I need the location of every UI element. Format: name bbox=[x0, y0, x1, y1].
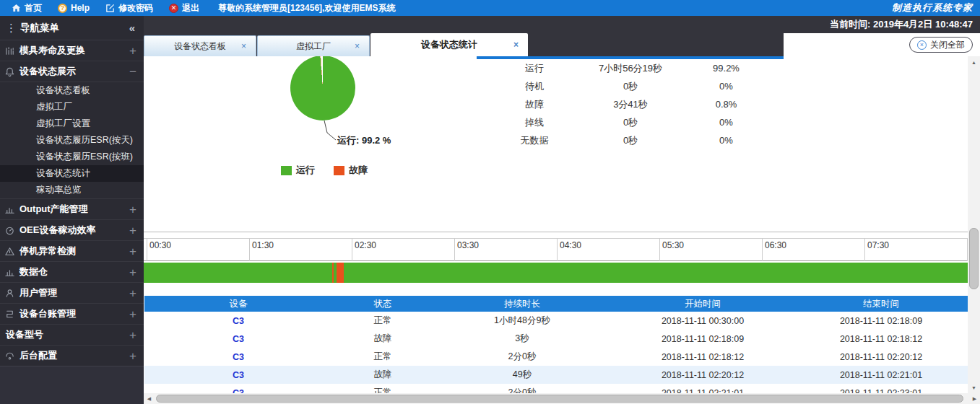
status-cell: 故障 bbox=[332, 369, 433, 381]
change-password-button[interactable]: 修改密码 bbox=[105, 2, 153, 14]
scroll-right-icon[interactable]: ▶ bbox=[969, 393, 980, 404]
sidebar-group-oee[interactable]: OEE设备稼动效率 + bbox=[0, 220, 144, 241]
logout-label: 退出 bbox=[182, 2, 199, 14]
status-cell: 正常 bbox=[332, 387, 433, 393]
sidebar-item-utilization-overview[interactable]: 稼动率总览 bbox=[0, 182, 144, 198]
tab-close-icon[interactable]: × bbox=[241, 41, 246, 51]
expand-plus-icon[interactable]: + bbox=[129, 203, 136, 216]
scroll-up-icon[interactable]: ▲ bbox=[968, 56, 980, 68]
tab-device-status-board[interactable]: 设备状态看板 × bbox=[144, 35, 256, 56]
table-row[interactable]: C3 故障 3秒 2018-11-11 02:18:09 2018-11-11 … bbox=[144, 330, 968, 348]
expand-plus-icon[interactable]: + bbox=[129, 224, 136, 237]
sidebar-group-downtime[interactable]: 停机异常检测 + bbox=[0, 241, 144, 262]
scroll-left-icon[interactable]: ◀ bbox=[144, 393, 155, 404]
stats-state: 待机 bbox=[477, 80, 592, 93]
table-row[interactable]: C3 正常 1小时48分9秒 2018-11-11 00:30:00 2018-… bbox=[144, 312, 968, 330]
sidebar-group-label: OEE设备稼动效率 bbox=[19, 224, 95, 237]
duration-cell: 1小时48分9秒 bbox=[433, 315, 611, 327]
collapse-minus-icon[interactable]: − bbox=[129, 66, 136, 78]
sidebar-group-device-status[interactable]: 设备状态展示 − bbox=[0, 61, 144, 82]
sidebar-item-device-status-board[interactable]: 设备状态看板 bbox=[0, 82, 144, 99]
timeline-gridline bbox=[557, 238, 558, 261]
sidebar-group-label: 数据仓 bbox=[19, 265, 48, 278]
home-button[interactable]: 首页 bbox=[12, 2, 42, 14]
timeline-tick-label: 02:30 bbox=[355, 240, 376, 250]
table-row-highlighted[interactable]: C3 故障 49秒 2018-11-11 02:20:12 2018-11-11… bbox=[144, 366, 968, 384]
expand-plus-icon[interactable]: + bbox=[129, 308, 136, 320]
end-time-cell: 2018-11-11 02:21:01 bbox=[794, 370, 968, 380]
stats-duration: 0秒 bbox=[592, 80, 669, 93]
stats-row: 待机0秒0% bbox=[477, 77, 784, 95]
sidebar-group-device-model[interactable]: 设备型号 + bbox=[0, 325, 144, 346]
table-row[interactable]: C3 正常 2分0秒 2018-11-11 02:18:12 2018-11-1… bbox=[144, 348, 968, 366]
timeline-gridline bbox=[147, 238, 147, 261]
header-device: 设备 bbox=[144, 298, 332, 310]
vertical-scrollbar-thumb[interactable] bbox=[969, 228, 979, 289]
status-cell: 正常 bbox=[332, 351, 433, 363]
sidebar-group-backend-config[interactable]: 后台配置 + bbox=[0, 346, 144, 366]
expand-plus-icon[interactable]: + bbox=[129, 329, 136, 341]
data-warehouse-icon bbox=[4, 267, 17, 278]
expand-plus-icon[interactable]: + bbox=[129, 45, 136, 57]
tab-label: 设备状态看板 bbox=[174, 40, 226, 53]
tab-virtual-factory[interactable]: 虚拟工厂 × bbox=[257, 35, 370, 56]
tab-label: 设备状态统计 bbox=[421, 38, 477, 51]
sidebar-item-virtual-factory[interactable]: 虚拟工厂 bbox=[0, 99, 144, 115]
sidebar-item-esr-by-day[interactable]: 设备状态履历ESR(按天) bbox=[0, 132, 144, 149]
sidebar-group-equipment-ledger[interactable]: 设备台账管理 + bbox=[0, 304, 144, 325]
sidebar-title: 导航菜单 bbox=[20, 22, 59, 35]
sidebar-item-virtual-factory-settings[interactable]: 虚拟工厂设置 bbox=[0, 115, 144, 132]
expand-plus-icon[interactable]: + bbox=[129, 350, 136, 362]
timeline-fault-segment[interactable] bbox=[337, 263, 344, 283]
close-all-tabs-button[interactable]: × 关闭全部 bbox=[909, 37, 973, 53]
table-row[interactable]: C3 正常 2分0秒 2018-11-11 02:21:01 2018-11-1… bbox=[144, 384, 968, 393]
timeline-gridline bbox=[249, 238, 250, 261]
expand-plus-icon[interactable]: + bbox=[129, 266, 136, 278]
legend-swatch-fault bbox=[334, 166, 344, 175]
tab-device-status-statistics[interactable]: 设备状态统计 × bbox=[370, 33, 528, 56]
vertical-scrollbar[interactable]: ▲ ▼ bbox=[968, 56, 980, 393]
device-table-header: 设备 状态 持续时长 开始时间 结束时间 bbox=[144, 296, 968, 312]
timeline-fault-segment[interactable] bbox=[332, 263, 334, 283]
device-link[interactable]: C3 bbox=[144, 334, 332, 344]
ledger-icon bbox=[4, 309, 17, 320]
sidebar-item-device-status-statistics[interactable]: 设备状态统计 bbox=[0, 165, 144, 182]
edit-icon bbox=[105, 4, 115, 13]
horizontal-scrollbar-thumb[interactable] bbox=[156, 395, 963, 403]
expand-plus-icon[interactable]: + bbox=[129, 287, 136, 299]
legend-swatch-run bbox=[281, 166, 292, 175]
start-time-cell: 2018-11-11 02:21:01 bbox=[611, 388, 794, 394]
device-link[interactable]: C3 bbox=[144, 388, 332, 394]
header-end-time: 结束时间 bbox=[794, 298, 968, 310]
sidebar-group-data-warehouse[interactable]: 数据仓 + bbox=[0, 262, 144, 283]
scroll-down-icon[interactable]: ▼ bbox=[968, 382, 980, 393]
device-link[interactable]: C3 bbox=[144, 352, 332, 362]
legend-item-run[interactable]: 运行 bbox=[281, 164, 315, 177]
sidebar-group-output[interactable]: Output产能管理 + bbox=[0, 199, 144, 220]
status-stats-table: 运行7小时56分19秒99.2% 待机0秒0% 故障3分41秒0.8% 掉线0秒… bbox=[477, 56, 784, 149]
pie-chart[interactable] bbox=[290, 56, 355, 120]
sidebar-group-user-management[interactable]: 用户管理 + bbox=[0, 283, 144, 304]
home-label: 首页 bbox=[25, 2, 42, 14]
expand-plus-icon[interactable]: + bbox=[129, 245, 136, 258]
help-button[interactable]: ? Help bbox=[58, 3, 90, 13]
legend-item-fault[interactable]: 故障 bbox=[334, 164, 368, 177]
stats-row: 无数据0秒0% bbox=[477, 131, 784, 149]
stats-percent: 0.8% bbox=[669, 99, 784, 110]
legend-label: 故障 bbox=[349, 164, 368, 177]
sidebar-collapse-icon[interactable]: « bbox=[129, 22, 135, 34]
home-icon bbox=[12, 4, 21, 12]
device-link[interactable]: C3 bbox=[144, 316, 332, 326]
horizontal-scrollbar[interactable]: ◀ ▶ bbox=[144, 393, 980, 404]
timeline-status-bar[interactable] bbox=[144, 263, 968, 283]
stats-row: 掉线0秒0% bbox=[477, 113, 784, 131]
duration-cell: 49秒 bbox=[433, 369, 611, 381]
sidebar-group-mold-life[interactable]: 模具寿命及更换 + bbox=[0, 40, 144, 61]
logout-button[interactable]: ✕ 退出 bbox=[169, 2, 199, 14]
tab-close-icon[interactable]: × bbox=[513, 40, 519, 50]
downtime-warning-icon bbox=[4, 246, 17, 257]
tab-close-icon[interactable]: × bbox=[355, 41, 360, 51]
device-link[interactable]: C3 bbox=[144, 370, 332, 380]
sidebar-item-esr-by-shift[interactable]: 设备状态履历ESR(按班) bbox=[0, 149, 144, 165]
sidebar-header: ⋮ 导航菜单 « bbox=[0, 16, 144, 40]
